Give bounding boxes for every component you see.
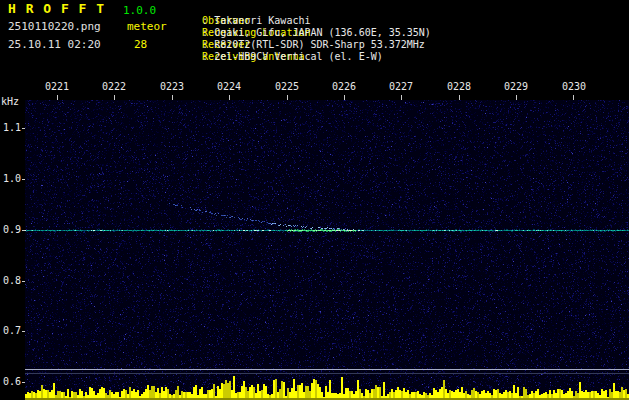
y-tick-label: 0.8 <box>0 276 21 286</box>
x-tick-label: 0227 <box>386 82 416 92</box>
y-tick-label: 1.1 <box>0 123 21 133</box>
y-tick-label: 0.9 <box>0 225 21 235</box>
x-tick-label: 0222 <box>99 82 129 92</box>
x-tick-label: 0225 <box>272 82 302 92</box>
hrofft-spectrogram-output: H R O F F T 1.0.0 2510110220.png meteor … <box>0 0 629 400</box>
x-tick-label: 0223 <box>157 82 187 92</box>
x-tick-label: 0224 <box>214 82 244 92</box>
y-tick-label: 0.7 <box>0 326 21 336</box>
app-title: H R O F F T <box>8 4 105 14</box>
receiver-value: : R820T2(RTL-SDR) SDR-Sharp 53.372MHz <box>202 40 425 50</box>
y-axis-unit-label: kHz <box>1 97 19 107</box>
y-tick-label: 1.0 <box>0 174 21 184</box>
spectrogram-canvas <box>25 100 629 400</box>
mode-label: meteor <box>127 22 167 32</box>
x-tick-label: 0228 <box>444 82 474 92</box>
info-row-antenna: Receiving antenna: 2el-HB9CV Vertical (e… <box>178 42 202 72</box>
observation-datetime: 25.10.11 02:20 <box>8 40 101 50</box>
x-tick-label: 0221 <box>42 82 72 92</box>
x-tick-label: 0229 <box>501 82 531 92</box>
meteor-count: 28 <box>134 40 147 50</box>
output-filename: 2510110220.png <box>8 22 101 32</box>
location-value: : Ogaki, Gifu, JAPAN (136.60E, 35.35N) <box>202 28 431 38</box>
app-version: 1.0.0 <box>123 6 156 16</box>
x-tick-label: 0230 <box>559 82 589 92</box>
y-tick-label: 0.6 <box>0 377 21 387</box>
observer-value: : Takanori Kawachi <box>202 16 310 26</box>
antenna-value: : 2el-HB9CV Vertical (el. E-W) <box>202 52 383 62</box>
x-tick-label: 0226 <box>329 82 359 92</box>
